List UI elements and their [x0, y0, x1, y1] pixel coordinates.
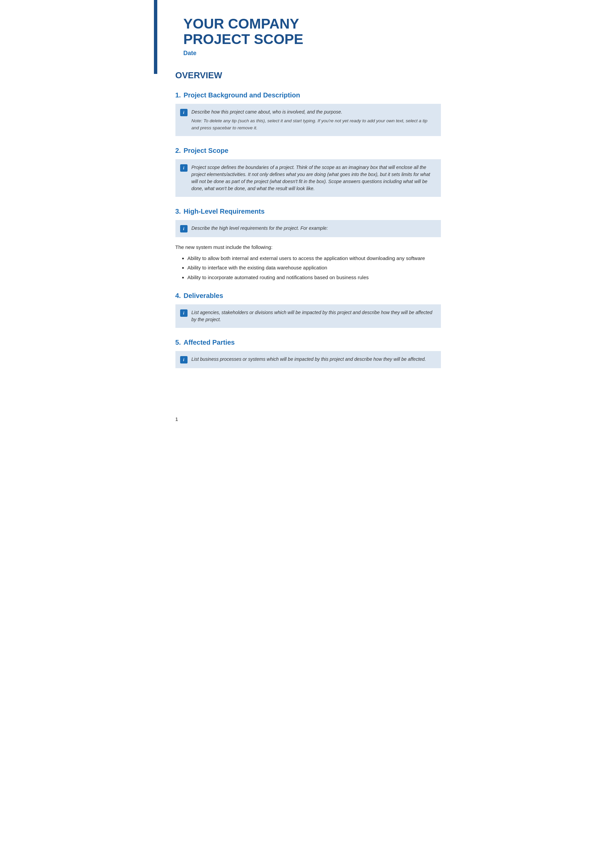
list-item: Ability to incorporate automated routing…	[187, 274, 441, 281]
section-heading-5: 5.Affected Parties	[175, 339, 441, 346]
section-heading-1: 1.Project Background and Description	[175, 91, 441, 99]
section-1: 1.Project Background and DescriptioniDes…	[175, 91, 441, 136]
info-box-3: iDescribe the high level requirements fo…	[175, 220, 441, 237]
body-text-3: The new system must include the followin…	[175, 243, 441, 251]
sections-container: 1.Project Background and DescriptioniDes…	[175, 91, 441, 368]
section-number: 4.	[175, 292, 181, 299]
info-text-4: List agencies, stakeholders or divisions…	[192, 309, 435, 323]
section-title: High-Level Requirements	[184, 208, 264, 215]
overview-heading: OVERVIEW	[175, 70, 441, 81]
info-box-1: iDescribe how this project came about, w…	[175, 104, 441, 136]
info-text-2: Project scope defines the boundaries of …	[192, 164, 435, 192]
section-3: 3.High-Level RequirementsiDescribe the h…	[175, 208, 441, 281]
section-2: 2.Project ScopeiProject scope defines th…	[175, 147, 441, 197]
section-title: Affected Parties	[184, 339, 234, 346]
info-icon-5: i	[180, 356, 187, 364]
section-5: 5.Affected PartiesiList business process…	[175, 339, 441, 368]
section-heading-4: 4.Deliverables	[175, 292, 441, 300]
section-title: Project Scope	[184, 147, 228, 154]
section-number: 1.	[175, 91, 181, 99]
info-text-3: Describe the high level requirements for…	[192, 225, 328, 232]
info-text-1: Describe how this project came about, wh…	[192, 108, 435, 116]
list-item: Ability to allow both internal and exter…	[187, 255, 441, 262]
page-number: 1	[175, 416, 178, 422]
bullet-list-3: Ability to allow both internal and exter…	[187, 255, 441, 281]
header-title: YOUR COMPANY PROJECT SCOPE	[175, 16, 441, 47]
section-heading-2: 2.Project Scope	[175, 147, 441, 155]
section-number: 5.	[175, 339, 181, 346]
info-icon-1: i	[180, 109, 187, 116]
left-border-decoration	[154, 0, 157, 74]
info-icon-4: i	[180, 309, 187, 317]
info-box-2: iProject scope defines the boundaries of…	[175, 159, 441, 197]
header-date: Date	[175, 50, 441, 57]
page: YOUR COMPANY PROJECT SCOPE Date OVERVIEW…	[154, 0, 462, 430]
section-title: Project Background and Description	[184, 91, 300, 99]
section-number: 3.	[175, 208, 181, 215]
info-icon-3: i	[180, 225, 187, 232]
document-header: YOUR COMPANY PROJECT SCOPE Date	[175, 16, 441, 57]
header-title-line2: PROJECT SCOPE	[184, 31, 303, 47]
info-icon-2: i	[180, 164, 187, 172]
section-4: 4.DeliverablesiList agencies, stakeholde…	[175, 292, 441, 328]
section-title: Deliverables	[184, 292, 223, 299]
info-box-5: iList business processes or systems whic…	[175, 351, 441, 368]
info-box-4: iList agencies, stakeholders or division…	[175, 304, 441, 328]
note-text-1: Note: To delete any tip (such as this), …	[192, 118, 435, 131]
info-text-5: List business processes or systems which…	[192, 356, 426, 363]
section-heading-3: 3.High-Level Requirements	[175, 208, 441, 215]
section-number: 2.	[175, 147, 181, 154]
header-title-line1: YOUR COMPANY	[184, 16, 299, 31]
list-item: Ability to interface with the existing d…	[187, 264, 441, 272]
